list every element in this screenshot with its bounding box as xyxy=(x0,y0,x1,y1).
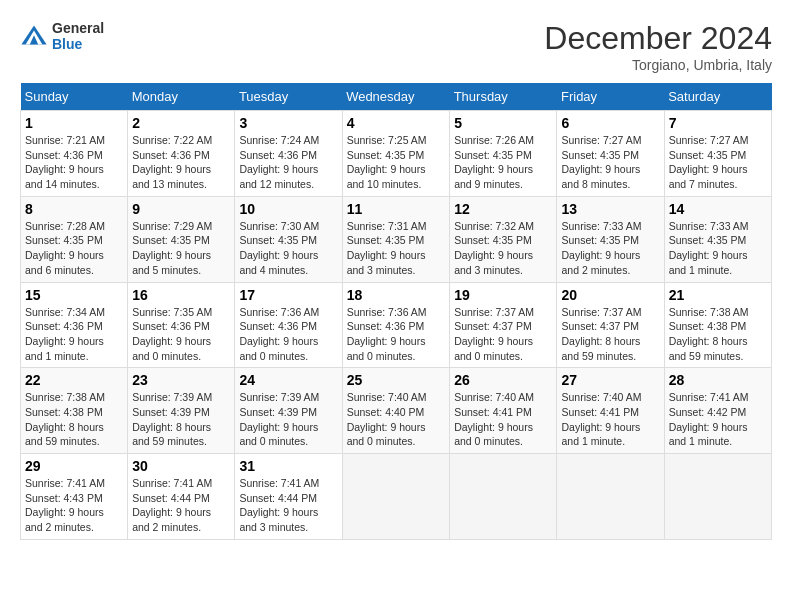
calendar-cell: 30 Sunrise: 7:41 AM Sunset: 4:44 PM Dayl… xyxy=(128,454,235,540)
day-info: Sunrise: 7:36 AM Sunset: 4:36 PM Dayligh… xyxy=(239,305,337,364)
calendar-cell: 23 Sunrise: 7:39 AM Sunset: 4:39 PM Dayl… xyxy=(128,368,235,454)
day-number: 3 xyxy=(239,115,337,131)
day-number: 5 xyxy=(454,115,552,131)
logo-icon xyxy=(20,22,48,50)
calendar-cell: 9 Sunrise: 7:29 AM Sunset: 4:35 PM Dayli… xyxy=(128,196,235,282)
day-number: 6 xyxy=(561,115,659,131)
day-number: 1 xyxy=(25,115,123,131)
day-number: 2 xyxy=(132,115,230,131)
day-number: 17 xyxy=(239,287,337,303)
day-info: Sunrise: 7:41 AM Sunset: 4:44 PM Dayligh… xyxy=(239,476,337,535)
day-info: Sunrise: 7:38 AM Sunset: 4:38 PM Dayligh… xyxy=(25,390,123,449)
header-tuesday: Tuesday xyxy=(235,83,342,111)
calendar-cell: 21 Sunrise: 7:38 AM Sunset: 4:38 PM Dayl… xyxy=(664,282,771,368)
calendar-cell: 4 Sunrise: 7:25 AM Sunset: 4:35 PM Dayli… xyxy=(342,111,450,197)
day-number: 13 xyxy=(561,201,659,217)
day-number: 24 xyxy=(239,372,337,388)
day-info: Sunrise: 7:30 AM Sunset: 4:35 PM Dayligh… xyxy=(239,219,337,278)
logo-text: General Blue xyxy=(52,20,104,52)
day-number: 31 xyxy=(239,458,337,474)
day-info: Sunrise: 7:33 AM Sunset: 4:35 PM Dayligh… xyxy=(561,219,659,278)
calendar-cell: 7 Sunrise: 7:27 AM Sunset: 4:35 PM Dayli… xyxy=(664,111,771,197)
day-number: 4 xyxy=(347,115,446,131)
day-info: Sunrise: 7:40 AM Sunset: 4:40 PM Dayligh… xyxy=(347,390,446,449)
location: Torgiano, Umbria, Italy xyxy=(544,57,772,73)
day-info: Sunrise: 7:36 AM Sunset: 4:36 PM Dayligh… xyxy=(347,305,446,364)
calendar-cell: 1 Sunrise: 7:21 AM Sunset: 4:36 PM Dayli… xyxy=(21,111,128,197)
logo: General Blue xyxy=(20,20,104,52)
day-info: Sunrise: 7:22 AM Sunset: 4:36 PM Dayligh… xyxy=(132,133,230,192)
day-number: 20 xyxy=(561,287,659,303)
day-info: Sunrise: 7:40 AM Sunset: 4:41 PM Dayligh… xyxy=(561,390,659,449)
calendar-cell: 16 Sunrise: 7:35 AM Sunset: 4:36 PM Dayl… xyxy=(128,282,235,368)
calendar-cell: 20 Sunrise: 7:37 AM Sunset: 4:37 PM Dayl… xyxy=(557,282,664,368)
calendar-cell: 3 Sunrise: 7:24 AM Sunset: 4:36 PM Dayli… xyxy=(235,111,342,197)
title-block: December 2024 Torgiano, Umbria, Italy xyxy=(544,20,772,73)
day-number: 18 xyxy=(347,287,446,303)
day-number: 14 xyxy=(669,201,767,217)
day-info: Sunrise: 7:33 AM Sunset: 4:35 PM Dayligh… xyxy=(669,219,767,278)
day-info: Sunrise: 7:32 AM Sunset: 4:35 PM Dayligh… xyxy=(454,219,552,278)
calendar-cell: 17 Sunrise: 7:36 AM Sunset: 4:36 PM Dayl… xyxy=(235,282,342,368)
day-info: Sunrise: 7:39 AM Sunset: 4:39 PM Dayligh… xyxy=(132,390,230,449)
calendar-cell xyxy=(342,454,450,540)
day-number: 29 xyxy=(25,458,123,474)
day-number: 15 xyxy=(25,287,123,303)
day-number: 30 xyxy=(132,458,230,474)
header-saturday: Saturday xyxy=(664,83,771,111)
day-info: Sunrise: 7:34 AM Sunset: 4:36 PM Dayligh… xyxy=(25,305,123,364)
day-number: 10 xyxy=(239,201,337,217)
header-sunday: Sunday xyxy=(21,83,128,111)
day-info: Sunrise: 7:41 AM Sunset: 4:44 PM Dayligh… xyxy=(132,476,230,535)
calendar-cell: 25 Sunrise: 7:40 AM Sunset: 4:40 PM Dayl… xyxy=(342,368,450,454)
calendar-cell: 22 Sunrise: 7:38 AM Sunset: 4:38 PM Dayl… xyxy=(21,368,128,454)
calendar-cell xyxy=(450,454,557,540)
day-number: 26 xyxy=(454,372,552,388)
day-number: 25 xyxy=(347,372,446,388)
day-info: Sunrise: 7:41 AM Sunset: 4:43 PM Dayligh… xyxy=(25,476,123,535)
day-number: 23 xyxy=(132,372,230,388)
day-number: 9 xyxy=(132,201,230,217)
calendar-cell: 13 Sunrise: 7:33 AM Sunset: 4:35 PM Dayl… xyxy=(557,196,664,282)
page-header: General Blue December 2024 Torgiano, Umb… xyxy=(20,20,772,73)
day-info: Sunrise: 7:38 AM Sunset: 4:38 PM Dayligh… xyxy=(669,305,767,364)
calendar-cell: 5 Sunrise: 7:26 AM Sunset: 4:35 PM Dayli… xyxy=(450,111,557,197)
calendar-cell: 29 Sunrise: 7:41 AM Sunset: 4:43 PM Dayl… xyxy=(21,454,128,540)
day-number: 22 xyxy=(25,372,123,388)
day-info: Sunrise: 7:39 AM Sunset: 4:39 PM Dayligh… xyxy=(239,390,337,449)
calendar-cell: 19 Sunrise: 7:37 AM Sunset: 4:37 PM Dayl… xyxy=(450,282,557,368)
calendar-table: Sunday Monday Tuesday Wednesday Thursday… xyxy=(20,83,772,540)
day-info: Sunrise: 7:27 AM Sunset: 4:35 PM Dayligh… xyxy=(561,133,659,192)
calendar-cell xyxy=(664,454,771,540)
day-number: 16 xyxy=(132,287,230,303)
day-number: 12 xyxy=(454,201,552,217)
day-number: 27 xyxy=(561,372,659,388)
day-number: 7 xyxy=(669,115,767,131)
calendar-cell: 31 Sunrise: 7:41 AM Sunset: 4:44 PM Dayl… xyxy=(235,454,342,540)
day-info: Sunrise: 7:24 AM Sunset: 4:36 PM Dayligh… xyxy=(239,133,337,192)
day-info: Sunrise: 7:40 AM Sunset: 4:41 PM Dayligh… xyxy=(454,390,552,449)
day-info: Sunrise: 7:27 AM Sunset: 4:35 PM Dayligh… xyxy=(669,133,767,192)
calendar-cell: 26 Sunrise: 7:40 AM Sunset: 4:41 PM Dayl… xyxy=(450,368,557,454)
day-info: Sunrise: 7:29 AM Sunset: 4:35 PM Dayligh… xyxy=(132,219,230,278)
calendar-cell: 27 Sunrise: 7:40 AM Sunset: 4:41 PM Dayl… xyxy=(557,368,664,454)
day-header-row: Sunday Monday Tuesday Wednesday Thursday… xyxy=(21,83,772,111)
calendar-cell: 12 Sunrise: 7:32 AM Sunset: 4:35 PM Dayl… xyxy=(450,196,557,282)
calendar-cell: 24 Sunrise: 7:39 AM Sunset: 4:39 PM Dayl… xyxy=(235,368,342,454)
day-info: Sunrise: 7:21 AM Sunset: 4:36 PM Dayligh… xyxy=(25,133,123,192)
header-friday: Friday xyxy=(557,83,664,111)
day-info: Sunrise: 7:28 AM Sunset: 4:35 PM Dayligh… xyxy=(25,219,123,278)
day-number: 19 xyxy=(454,287,552,303)
calendar-cell: 11 Sunrise: 7:31 AM Sunset: 4:35 PM Dayl… xyxy=(342,196,450,282)
calendar-cell: 10 Sunrise: 7:30 AM Sunset: 4:35 PM Dayl… xyxy=(235,196,342,282)
calendar-cell: 18 Sunrise: 7:36 AM Sunset: 4:36 PM Dayl… xyxy=(342,282,450,368)
header-thursday: Thursday xyxy=(450,83,557,111)
day-number: 28 xyxy=(669,372,767,388)
calendar-cell: 6 Sunrise: 7:27 AM Sunset: 4:35 PM Dayli… xyxy=(557,111,664,197)
header-monday: Monday xyxy=(128,83,235,111)
day-info: Sunrise: 7:35 AM Sunset: 4:36 PM Dayligh… xyxy=(132,305,230,364)
day-number: 11 xyxy=(347,201,446,217)
day-info: Sunrise: 7:25 AM Sunset: 4:35 PM Dayligh… xyxy=(347,133,446,192)
day-info: Sunrise: 7:37 AM Sunset: 4:37 PM Dayligh… xyxy=(561,305,659,364)
day-info: Sunrise: 7:26 AM Sunset: 4:35 PM Dayligh… xyxy=(454,133,552,192)
